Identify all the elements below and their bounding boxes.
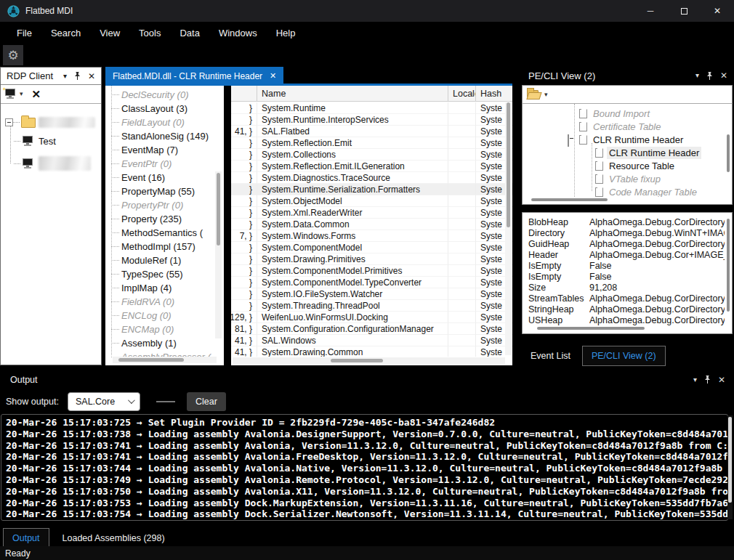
splitter[interactable] [522, 205, 734, 212]
tab-loaded-assemblies[interactable]: Loaded Assemblies (298) [54, 528, 174, 548]
table-row[interactable]: } System.Runtime.Serialization.Formatter… [231, 184, 512, 195]
rdp-node-test[interactable]: Test [14, 136, 56, 147]
vertical-scrollbar[interactable] [215, 171, 222, 338]
vertical-scrollbar[interactable] [725, 111, 731, 197]
close-button[interactable]: ✕ [701, 0, 734, 22]
table-row[interactable]: } System.Runtime Syste [231, 102, 512, 114]
table-row[interactable]: } System.ComponentModel.Primitives Syste [231, 265, 512, 277]
column-header-name[interactable]: Name [257, 86, 448, 101]
pin-icon[interactable] [74, 72, 81, 80]
table-row[interactable]: 41, } SAL.Flatbed Syste [231, 126, 512, 137]
tree-item[interactable]: EventMap (7) [105, 143, 224, 157]
property-row[interactable]: Directory AlphaOmega.Debug.WinNT+IMAG [523, 227, 725, 238]
document-tab[interactable]: Flatbed.MDI.dll - CLR Runtime Header ✕ [105, 67, 283, 85]
vertical-scrollbar[interactable] [505, 102, 512, 355]
horizontal-scrollbar[interactable] [525, 197, 725, 203]
tab-event-list[interactable]: Event List [522, 346, 579, 366]
tree-item[interactable]: MethodSemantics ( [105, 226, 224, 240]
vertical-scrollbar[interactable] [727, 415, 733, 519]
pin-icon[interactable] [706, 72, 713, 80]
delete-icon[interactable]: ✕ [32, 88, 41, 101]
horizontal-scrollbar[interactable] [527, 325, 725, 331]
table-row[interactable]: 41, } SAL.Windows Syste [231, 335, 512, 346]
chevron-down-icon[interactable]: ▾ [20, 91, 23, 97]
tree-item[interactable]: FieldLayout (0) [105, 115, 224, 129]
panel-menu-caret-icon[interactable]: ▾ [693, 376, 697, 384]
panel-menu-caret-icon[interactable]: ▾ [63, 73, 67, 80]
table-row[interactable]: } System.Runtime.InteropServices Syste [231, 114, 512, 126]
tree-item[interactable]: Resource Table [523, 159, 725, 172]
column-header-hash[interactable]: Hash [476, 86, 512, 101]
tree-item[interactable]: Bound Import [523, 107, 725, 120]
table-row[interactable]: 129, } WeifenLuo.WinFormsUI.Docking Syst… [231, 312, 512, 323]
close-icon[interactable]: ✕ [720, 71, 727, 80]
tree-item[interactable]: ImplMap (4) [105, 281, 224, 295]
open-file-icon[interactable] [527, 90, 541, 100]
column-header-locale[interactable]: Locale [448, 86, 476, 101]
close-icon[interactable]: ✕ [88, 72, 95, 81]
tree-item[interactable]: DeclSecurity (0) [105, 88, 224, 102]
collapse-expander-icon[interactable] [5, 118, 13, 126]
panel-menu-caret-icon[interactable]: ▾ [695, 72, 699, 79]
close-icon[interactable]: ✕ [718, 376, 725, 384]
table-row[interactable]: } System.Diagnostics.TraceSource Syste [231, 172, 512, 184]
horizontal-scrollbar[interactable] [113, 357, 217, 363]
tree-item[interactable]: PropertyMap (55) [105, 184, 224, 198]
tree-item[interactable]: TypeSpec (55) [105, 267, 224, 281]
menu-help[interactable]: Help [267, 22, 305, 44]
close-icon[interactable]: ✕ [270, 72, 276, 80]
menu-tools[interactable]: Tools [129, 22, 170, 44]
table-row[interactable]: 81, } System.Configuration.Configuration… [231, 323, 512, 335]
tree-item[interactable]: FieldRVA (0) [105, 295, 224, 309]
table-row[interactable]: } System.Drawing.Primitives Syste [231, 253, 512, 265]
tree-item[interactable]: ClassLayout (3) [105, 102, 224, 115]
table-row[interactable]: } System.Collections Syste [231, 149, 512, 161]
tab-output[interactable]: Output [3, 528, 49, 548]
table-row[interactable]: } System.Data.Common Syste [231, 219, 512, 230]
table-row[interactable]: } System.ComponentModel.TypeConverter Sy… [231, 277, 512, 288]
output-source-select[interactable]: SAL.Core [68, 392, 140, 411]
menu-windows[interactable]: Windows [209, 22, 267, 44]
menu-view[interactable]: View [90, 22, 129, 44]
rdp-root-node[interactable] [5, 117, 95, 128]
property-row[interactable]: StringHeap AlphaOmega.Debug.CorDirectory… [523, 304, 725, 315]
pin-icon[interactable] [704, 376, 711, 384]
table-row[interactable]: } System.ComponentModel Syste [231, 242, 512, 253]
table-row[interactable]: } System.Threading.ThreadPool Syste [231, 300, 512, 312]
tree-item[interactable]: Certificate Table [523, 120, 725, 133]
table-row[interactable]: } System.IO.FileSystem.Watcher Syste [231, 288, 512, 300]
table-row[interactable]: } System.ObjectModel Syste [231, 195, 512, 207]
tree-item[interactable]: MethodImpl (157) [105, 240, 224, 253]
property-row[interactable]: IsEmpty False [523, 271, 725, 282]
property-row[interactable]: Size 91,208 [523, 282, 725, 293]
tree-item[interactable]: Assembly (1) [105, 336, 224, 350]
tree-item[interactable]: CLR Runtime Header [523, 133, 725, 146]
property-row[interactable]: StreamTables AlphaOmega.Debug.CorDirecto… [523, 293, 725, 304]
property-row[interactable]: USHeap AlphaOmega.Debug.CorDirectory. [523, 315, 725, 325]
table-row[interactable]: } System.Xml.ReaderWriter Syste [231, 207, 512, 219]
property-row[interactable]: BlobHeap AlphaOmega.Debug.CorDirectory. [523, 216, 725, 227]
menu-search[interactable]: Search [41, 22, 90, 44]
maximize-button[interactable] [667, 0, 701, 22]
tree-item[interactable]: Property (235) [105, 212, 224, 226]
table-row[interactable]: } System.Reflection.Emit Syste [231, 137, 512, 149]
tree-item[interactable]: CLR Runtime Header [523, 146, 725, 159]
tree-item[interactable]: ModuleRef (1) [105, 253, 224, 267]
table-row[interactable]: } System.Reflection.Emit.ILGeneration Sy… [231, 161, 512, 172]
property-row[interactable]: GuidHeap AlphaOmega.Debug.CorDirectory. [523, 238, 725, 249]
collapse-expander-icon[interactable] [568, 135, 569, 146]
tree-item[interactable]: StandAloneSig (149) [105, 129, 224, 143]
rdp-node-redacted[interactable] [14, 156, 91, 171]
tree-item[interactable]: ENCMap (0) [105, 322, 224, 336]
new-connection-icon[interactable] [4, 89, 17, 100]
column-header-blank[interactable] [231, 86, 257, 101]
chevron-down-icon[interactable]: ▾ [544, 92, 548, 98]
clear-button[interactable]: Clear [187, 392, 226, 411]
minimize-button[interactable]: ─ [634, 0, 667, 22]
tab-pe-cli-view[interactable]: PE/CLI View (2) [582, 346, 666, 366]
menu-data[interactable]: Data [170, 22, 209, 44]
vertical-scrollbar[interactable] [725, 217, 731, 322]
settings-button[interactable]: ⚙ [3, 45, 23, 65]
splitter[interactable] [224, 86, 231, 365]
tree-item[interactable]: Event (16) [105, 171, 224, 184]
